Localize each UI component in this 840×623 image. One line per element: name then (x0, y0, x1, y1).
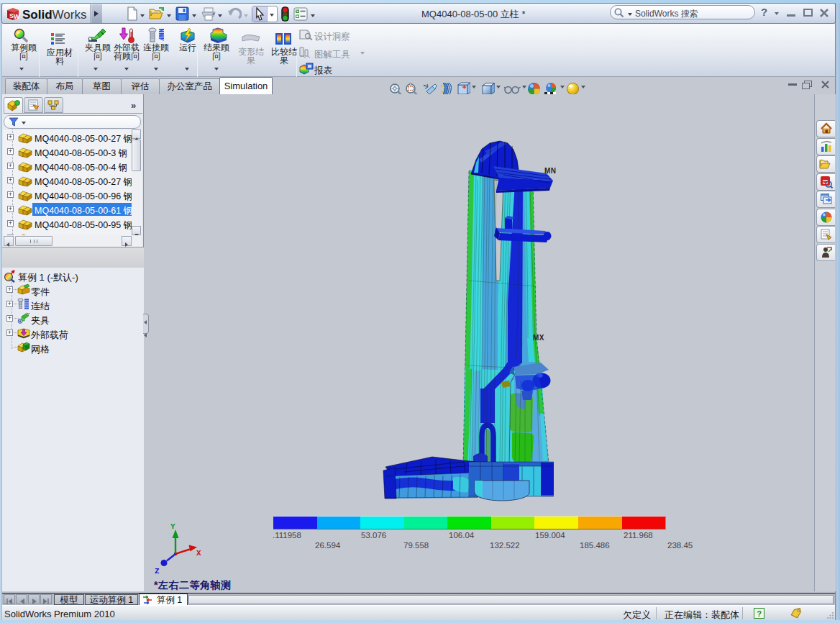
svg-text:X: X (196, 549, 201, 558)
svg-text:MN: MN (544, 167, 557, 175)
svg-text:Y: Y (170, 522, 175, 531)
svg-text:Z: Z (155, 567, 160, 576)
svg-text:MX: MX (533, 334, 544, 342)
